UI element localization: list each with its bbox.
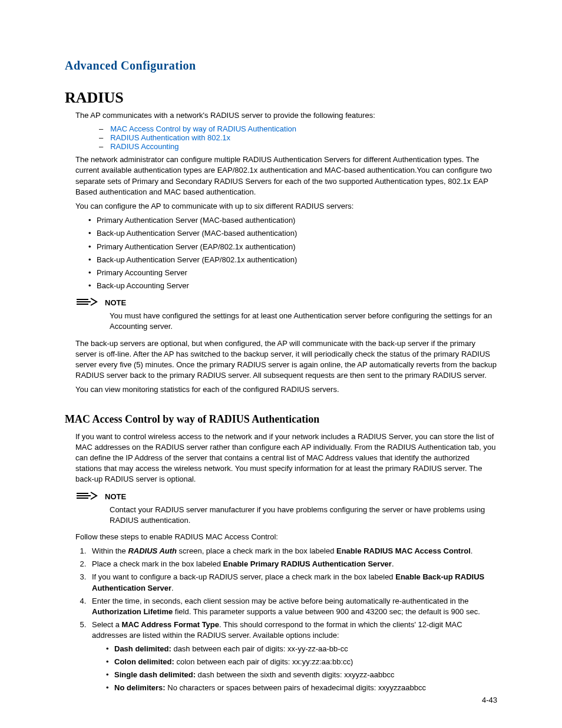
note-label: NOTE (105, 492, 126, 501)
text-run: Dash delimited: (114, 644, 171, 653)
note-arrow-icon (75, 297, 99, 308)
text-run: If you want to configure a back-up RADIU… (92, 572, 395, 581)
chapter-heading: Advanced Configuration (65, 59, 497, 73)
note-label: NOTE (105, 298, 126, 307)
list-item: RADIUS Accounting (99, 142, 497, 151)
text-run: Enter the time, in seconds, each client … (92, 597, 469, 605)
body-paragraph: You can view monitoring statistics for e… (65, 384, 497, 395)
body-paragraph: You can configure the AP to communicate … (65, 201, 497, 212)
body-paragraph: If you want to control wireless access t… (65, 431, 497, 485)
link-mac-access[interactable]: MAC Access Control by way of RADIUS Auth… (110, 124, 296, 133)
note-arrow-icon (75, 491, 99, 502)
link-radius-8021x[interactable]: RADIUS Authentication with 802.1x (110, 133, 230, 142)
text-run: No delimiters: (114, 683, 166, 692)
list-item: No delimiters: No characters or spaces b… (106, 683, 497, 693)
link-radius-accounting[interactable]: RADIUS Accounting (110, 142, 178, 151)
body-paragraph: Follow these steps to enable RADIUS MAC … (65, 532, 497, 542)
text-run: dash between each pair of digits: xx-yy-… (171, 644, 348, 653)
list-item: Dash delimited: dash between each pair o… (106, 644, 497, 654)
text-run: Place a check mark in the box labeled (92, 559, 223, 568)
text-run: RADIUS Auth (128, 546, 177, 555)
steps-list: Within the RADIUS Auth screen, place a c… (65, 546, 497, 693)
text-run: Select a (92, 620, 122, 629)
feature-links-list: MAC Access Control by way of RADIUS Auth… (65, 124, 497, 151)
list-item: Back-up Authentication Server (EAP/802.1… (88, 255, 497, 265)
list-item: MAC Access Control by way of RADIUS Auth… (99, 124, 497, 133)
step-item: Within the RADIUS Auth screen, place a c… (88, 546, 497, 556)
text-run: . (471, 546, 473, 555)
section-title: RADIUS (65, 89, 497, 107)
text-run: Enable RADIUS MAC Access Control (336, 546, 471, 555)
text-run: No characters or spaces between pairs of… (166, 683, 426, 692)
list-item: Back-up Authentication Server (MAC-based… (88, 228, 497, 239)
note-text: You must have configured the settings fo… (110, 311, 497, 332)
text-run: colon between each pair of digits: xx:yy… (174, 657, 353, 666)
body-paragraph: The back-up servers are optional, but wh… (65, 338, 497, 381)
step-item: Enter the time, in seconds, each client … (88, 596, 497, 617)
format-options-list: Dash delimited: dash between each pair o… (92, 644, 497, 694)
list-item: Primary Authentication Server (EAP/802.1… (88, 242, 497, 252)
text-run: . (392, 559, 394, 568)
text-run: Within the (92, 546, 128, 555)
step-item: If you want to configure a back-up RADIU… (88, 572, 497, 593)
subsection-title: MAC Access Control by way of RADIUS Auth… (65, 413, 497, 426)
server-list: Primary Authentication Server (MAC-based… (65, 215, 497, 291)
intro-paragraph: The AP communicates with a network's RAD… (65, 110, 497, 121)
list-item: Primary Authentication Server (MAC-based… (88, 215, 497, 226)
body-paragraph: The network administrator can configure … (65, 154, 497, 197)
text-run: screen, place a check mark in the box la… (177, 546, 336, 555)
note-block: NOTE Contact your RADIUS server manufact… (75, 491, 497, 526)
step-item: Place a check mark in the box labeled En… (88, 559, 497, 569)
list-item: Single dash delimited: dash between the … (106, 670, 497, 680)
list-item: Primary Accounting Server (88, 268, 497, 278)
text-run: field. This parameter supports a value b… (173, 607, 480, 616)
note-text: Contact your RADIUS server manufacturer … (110, 505, 497, 526)
document-page: Advanced Configuration RADIUS The AP com… (0, 0, 562, 728)
text-run: . (171, 584, 174, 592)
text-run: MAC Address Format Type (122, 620, 219, 629)
step-item: Select a MAC Address Format Type. This s… (88, 620, 497, 693)
text-run: Colon delimited: (114, 657, 174, 666)
list-item: Colon delimited: colon between each pair… (106, 657, 497, 667)
text-run: dash between the sixth and seventh digit… (196, 670, 394, 679)
list-item: Back-up Accounting Server (88, 281, 497, 291)
text-run: Enable Primary RADIUS Authentication Ser… (223, 559, 392, 568)
page-number: 4-43 (482, 696, 497, 704)
list-item: RADIUS Authentication with 802.1x (99, 133, 497, 142)
text-run: Single dash delimited: (114, 670, 196, 679)
note-block: NOTE You must have configured the settin… (75, 297, 497, 332)
text-run: Authorization Lifetime (92, 607, 173, 616)
